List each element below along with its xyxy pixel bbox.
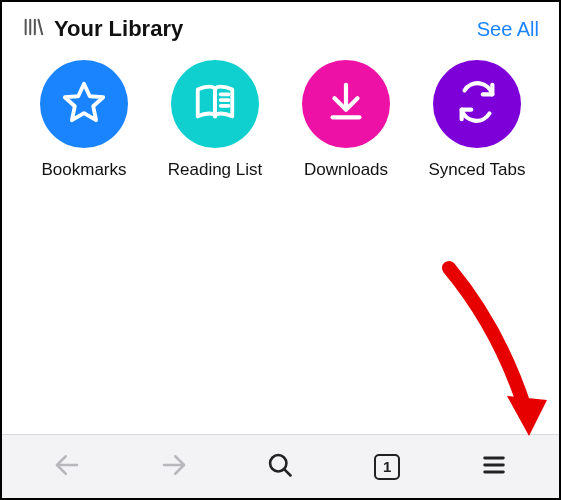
back-button[interactable]: [39, 445, 95, 489]
tile-reading-list[interactable]: Reading List: [155, 60, 275, 180]
back-arrow-icon: [52, 450, 82, 484]
forward-button[interactable]: [146, 445, 202, 489]
svg-line-3: [39, 20, 43, 35]
tile-synced-tabs-circle: [433, 60, 521, 148]
tile-reading-list-circle: [171, 60, 259, 148]
page-title: Your Library: [54, 16, 183, 42]
tile-synced-tabs[interactable]: Synced Tabs: [417, 60, 537, 180]
svg-marker-4: [65, 84, 103, 120]
tab-count: 1: [383, 458, 391, 475]
tile-downloads-circle: [302, 60, 390, 148]
search-button[interactable]: [252, 445, 308, 489]
tile-label: Synced Tabs: [428, 160, 525, 180]
library-header-left: Your Library: [22, 16, 183, 42]
tabs-button[interactable]: 1: [359, 445, 415, 489]
menu-button[interactable]: [466, 445, 522, 489]
book-icon: [192, 79, 238, 129]
tile-label: Reading List: [168, 160, 263, 180]
library-tiles: Bookmarks Reading List: [2, 50, 559, 180]
tab-count-icon: 1: [374, 454, 400, 480]
svg-marker-18: [507, 396, 547, 436]
hamburger-icon: [480, 451, 508, 483]
bottom-toolbar: 1: [2, 434, 559, 498]
star-icon: [61, 79, 107, 129]
tile-label: Downloads: [304, 160, 388, 180]
see-all-link[interactable]: See All: [477, 18, 539, 41]
svg-line-13: [285, 469, 291, 475]
library-header: Your Library See All: [2, 2, 559, 50]
tile-label: Bookmarks: [41, 160, 126, 180]
annotation-arrow: [429, 258, 559, 452]
download-icon: [323, 79, 369, 129]
forward-arrow-icon: [159, 450, 189, 484]
tile-downloads[interactable]: Downloads: [286, 60, 406, 180]
search-icon: [266, 451, 294, 483]
tile-bookmarks[interactable]: Bookmarks: [24, 60, 144, 180]
tile-bookmarks-circle: [40, 60, 128, 148]
sync-icon: [454, 79, 500, 129]
library-icon: [22, 16, 44, 42]
